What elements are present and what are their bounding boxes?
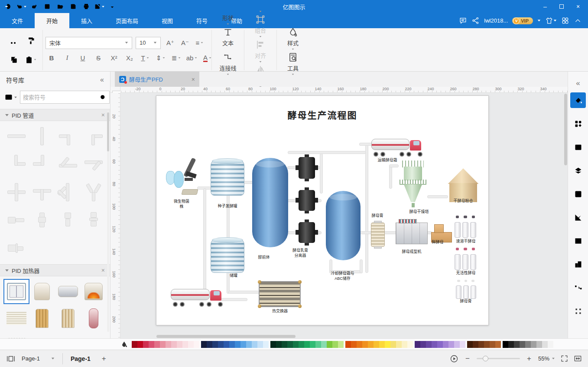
diagram-yeast-extract[interactable] [455, 282, 476, 299]
redo-button[interactable] [29, 1, 40, 12]
anchor-points-button[interactable] [570, 303, 586, 319]
bullet-list-button[interactable]: ≣ [170, 52, 182, 64]
floor-plan-button[interactable] [570, 256, 586, 272]
page-select[interactable]: Page-1 [22, 355, 55, 362]
page-notes-button[interactable] [570, 186, 586, 202]
diagram-label-heat-exchanger[interactable]: 热交换器 [260, 309, 299, 314]
color-swatch[interactable] [166, 341, 171, 348]
symbol-long-boiler[interactable] [29, 333, 55, 338]
active-page-tab[interactable]: Page-1 [71, 355, 91, 362]
diagram-title[interactable]: 酵母生产流程图 [156, 108, 488, 121]
open-file-button[interactable] [55, 1, 66, 12]
diagram-transport-truck[interactable] [371, 135, 422, 157]
collapse-section-icon[interactable] [5, 269, 9, 272]
color-swatch[interactable] [276, 341, 282, 348]
symbol-furnace-double-door[interactable] [3, 279, 29, 304]
text-style-button[interactable]: T [139, 52, 151, 64]
symbol-elbow-up-left[interactable] [29, 151, 55, 177]
color-swatch[interactable] [304, 341, 310, 348]
color-swatch[interactable] [362, 341, 368, 348]
color-swatch[interactable] [287, 341, 293, 348]
symbol-flat-heater[interactable] [55, 333, 81, 338]
close-button[interactable]: × [571, 1, 585, 12]
color-swatch[interactable] [240, 341, 246, 348]
canvas[interactable]: 酵母生产流程图 微生物菌 株种子发酵罐醪前体酵母乳膏 分离器冷却酵母霜与 ABC… [120, 93, 568, 338]
strikethrough-button[interactable]: S [92, 52, 104, 64]
ink-dropper-icon[interactable] [120, 341, 128, 348]
color-swatch[interactable] [357, 341, 362, 348]
color-swatch[interactable] [467, 341, 473, 348]
layers-button[interactable] [570, 163, 586, 178]
color-swatch[interactable] [137, 341, 143, 348]
color-swatch[interactable] [154, 341, 160, 348]
color-swatch[interactable] [188, 341, 194, 348]
menu-tab-文件[interactable]: 文件 [0, 13, 35, 28]
paste-button[interactable] [25, 56, 37, 64]
diagram-heat-exchanger[interactable] [259, 281, 301, 307]
chart-button[interactable] [570, 210, 586, 225]
document-tab-close-icon[interactable]: × [192, 76, 195, 83]
symbol-pipe-cross[interactable] [3, 180, 29, 205]
panel-scrollbar[interactable] [107, 111, 109, 332]
symbol-pipe-tee[interactable] [29, 180, 55, 205]
color-swatch[interactable] [484, 341, 490, 348]
line-spacing-button[interactable]: ⇕ [155, 52, 167, 64]
color-swatch[interactable] [235, 341, 240, 348]
symbol-radiator-fins[interactable] [3, 333, 29, 338]
diagram-feed-truck[interactable] [171, 285, 222, 307]
color-swatch[interactable] [182, 341, 188, 348]
color-swatch[interactable] [315, 341, 321, 348]
color-swatch[interactable] [143, 341, 149, 348]
share-icon[interactable] [471, 16, 480, 25]
superscript-button[interactable]: X² [108, 52, 120, 64]
diagram-seed-fermenter[interactable] [211, 161, 244, 196]
menu-tab-开始[interactable]: 开始 [35, 13, 69, 28]
canvas-vertical-scrollbar[interactable] [564, 94, 567, 165]
align-button[interactable]: ≡ [194, 37, 206, 49]
diagram-label-seed-fermenter[interactable]: 种子发酵罐 [208, 204, 247, 209]
new-file-button[interactable] [42, 1, 53, 12]
font-name-select[interactable]: 宋体 [45, 37, 132, 49]
color-swatch[interactable] [201, 341, 207, 348]
vip-badge[interactable]: VVIP [512, 17, 533, 24]
symbol-angle-junction[interactable] [55, 180, 81, 205]
presentation-play-button[interactable] [450, 354, 458, 363]
library-drawer-button[interactable] [4, 93, 17, 102]
symbol-horizontal-boiler[interactable] [55, 279, 81, 304]
diagram-microbial-strain[interactable] [166, 157, 198, 195]
color-swatch[interactable] [293, 341, 299, 348]
diagram-label-drying-tower[interactable]: 酵母干燥塔 [399, 210, 439, 215]
diagram-dry-yeast-silo[interactable] [447, 168, 479, 202]
collapse-ribbon-icon[interactable] [574, 16, 582, 25]
minimize-button[interactable]: – [538, 1, 552, 12]
print-button[interactable] [81, 1, 92, 12]
color-swatch[interactable] [473, 341, 478, 348]
color-swatch[interactable] [224, 341, 229, 348]
color-swatch[interactable] [385, 341, 390, 348]
color-swatch[interactable] [396, 341, 402, 348]
menu-tab-视图[interactable]: 视图 [150, 13, 185, 28]
color-swatch[interactable] [263, 341, 269, 348]
color-swatch[interactable] [345, 341, 351, 348]
menu-tab-页面布局[interactable]: 页面布局 [104, 13, 150, 28]
fit-page-width-button[interactable] [574, 354, 582, 363]
color-swatch[interactable] [525, 341, 531, 348]
diagram-mash-precursor[interactable] [252, 158, 288, 247]
collapse-panel-icon[interactable]: « [100, 76, 104, 84]
diagram-drying-tower[interactable] [398, 161, 428, 207]
color-swatch[interactable] [420, 341, 426, 348]
fullscreen-button[interactable] [560, 354, 569, 363]
italic-button[interactable]: I [61, 52, 73, 64]
symbol-shell-exchanger-red[interactable] [81, 306, 107, 331]
color-swatch[interactable] [495, 341, 501, 348]
zoom-out-button[interactable]: − [464, 354, 471, 363]
section-header-PID 加热器[interactable]: PID 加热器× [0, 264, 110, 276]
diagram-label-microbial-strain[interactable]: 微生物菌 株 [164, 199, 199, 209]
collapse-section-icon[interactable] [5, 114, 9, 116]
connector-tool-button[interactable] [570, 280, 586, 295]
symbol-union[interactable] [81, 207, 107, 233]
color-swatch[interactable] [194, 341, 199, 348]
undo-button[interactable] [16, 1, 27, 12]
color-swatch[interactable] [514, 341, 520, 348]
color-swatch[interactable] [448, 341, 454, 348]
